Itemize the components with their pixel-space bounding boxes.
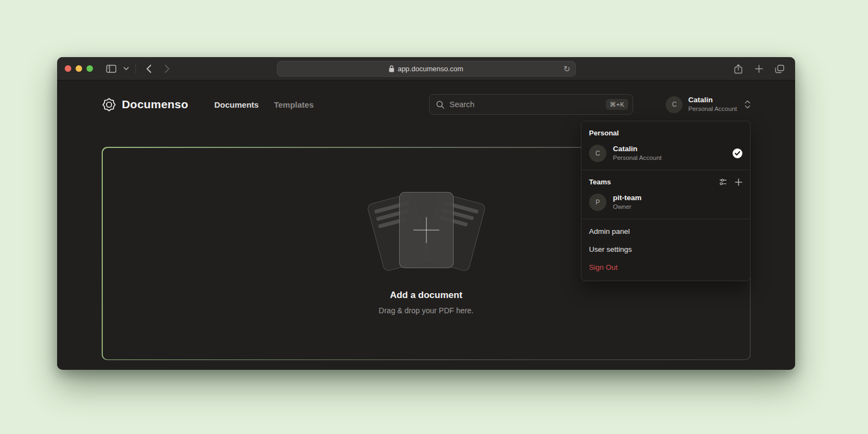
selected-check-icon (733, 148, 742, 158)
account-menu-button[interactable]: C Catalin Personal Account (666, 96, 751, 113)
web-content: Documenso Documents Templates ⌘+K C Cata… (57, 80, 795, 369)
nav-link-templates[interactable]: Templates (274, 100, 314, 109)
menu-item-sign-out[interactable]: Sign Out (581, 258, 750, 276)
brand[interactable]: Documenso (102, 97, 188, 112)
traffic-lights (65, 65, 93, 72)
reload-icon[interactable]: ↻ (563, 64, 571, 74)
menu-item-user-settings[interactable]: User settings (581, 240, 750, 258)
close-window-button[interactable] (65, 65, 71, 72)
team-role: Owner (613, 203, 642, 210)
manage-teams-icon[interactable] (719, 178, 727, 186)
illustration-card-center (399, 192, 454, 268)
search-input[interactable] (449, 100, 606, 109)
dropzone-subtitle: Drag & drop your PDF here. (379, 306, 473, 315)
avatar: P (589, 194, 606, 211)
share-icon[interactable] (730, 62, 746, 76)
lock-icon (389, 65, 394, 72)
account-name: Catalin (688, 96, 737, 105)
avatar: C (666, 96, 683, 113)
sidebar-toggle-icon[interactable] (103, 61, 119, 76)
search-icon (436, 101, 444, 109)
search-box[interactable]: ⌘+K (429, 94, 633, 115)
plus-icon (413, 217, 439, 243)
address-bar[interactable]: app.documenso.com ↻ (277, 61, 576, 77)
back-button[interactable] (140, 61, 157, 76)
toolbar-divider (135, 64, 136, 73)
search-shortcut-badge: ⌘+K (606, 99, 628, 110)
menu-divider (581, 219, 750, 219)
account-subtitle: Personal Account (688, 105, 737, 113)
brand-name: Documenso (122, 98, 188, 111)
url-text: app.documenso.com (398, 65, 463, 73)
sidebar-chevron-down-icon[interactable] (121, 61, 131, 76)
browser-toolbar: app.documenso.com ↻ (57, 57, 795, 80)
menu-account-name: Catalin (613, 145, 662, 154)
menu-item-admin-panel[interactable]: Admin panel (581, 222, 750, 240)
documenso-logo-icon (102, 97, 116, 112)
nav-link-documents[interactable]: Documents (214, 100, 259, 109)
menu-divider (581, 170, 750, 170)
account-dropdown-menu: Personal C Catalin Personal Account Team… (581, 121, 751, 281)
new-tab-icon[interactable] (751, 62, 767, 76)
personal-section-label: Personal (581, 125, 750, 141)
chevrons-up-down-icon (745, 100, 751, 109)
primary-nav: Documents Templates (214, 100, 314, 109)
team-name: pit-team (613, 194, 642, 203)
zoom-window-button[interactable] (86, 65, 93, 72)
forward-button[interactable] (159, 61, 175, 76)
menu-item-team-pit-team[interactable]: P pit-team Owner (581, 190, 750, 216)
browser-window: app.documenso.com ↻ (57, 57, 795, 370)
dropzone-title: Add a document (390, 290, 462, 301)
create-team-icon[interactable] (735, 178, 742, 186)
documents-illustration (369, 192, 483, 274)
teams-section-label: Teams (581, 173, 750, 190)
minimize-window-button[interactable] (76, 65, 82, 72)
tab-overview-icon[interactable] (771, 62, 788, 76)
menu-account-subtitle: Personal Account (613, 154, 662, 162)
menu-item-personal-account[interactable]: C Catalin Personal Account (581, 141, 750, 167)
avatar: C (589, 145, 606, 162)
